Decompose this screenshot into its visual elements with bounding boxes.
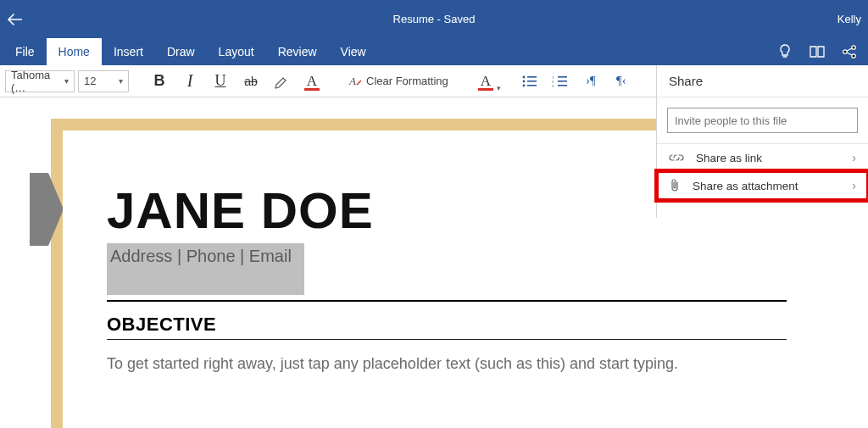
font-name-dropdown[interactable]: Tahoma (… ▾ <box>5 70 75 92</box>
pilcrow-out-icon: ¶‹ <box>616 74 626 88</box>
clear-formatting-button[interactable]: A Clear Formatting <box>342 69 455 94</box>
pilcrow-in-icon: ›¶ <box>586 74 596 88</box>
underline-button[interactable]: U <box>207 69 234 94</box>
link-icon <box>669 152 684 164</box>
highlight-button[interactable] <box>268 69 295 94</box>
numbered-list-button[interactable]: 1 2 3 <box>547 69 574 94</box>
svg-rect-12 <box>527 85 537 86</box>
svg-text:3: 3 <box>552 84 554 88</box>
font-color-button-2[interactable]: A ▾ <box>472 69 499 94</box>
svg-rect-10 <box>527 81 537 82</box>
tab-layout[interactable]: Layout <box>207 38 266 65</box>
tab-draw[interactable]: Draw <box>155 38 207 65</box>
font-color-bar <box>478 88 493 91</box>
svg-rect-15 <box>558 85 567 86</box>
share-panel-title: Share <box>657 65 868 97</box>
document-title: Resume - Saved <box>75 13 793 25</box>
font-color-button[interactable]: A <box>298 69 326 94</box>
share-panel: Share Share as link › Share as attachmen… <box>656 65 868 218</box>
tab-home[interactable]: Home <box>47 38 102 65</box>
chevron-down-icon: ▾ <box>64 76 69 86</box>
share-as-attachment-label: Share as attachment <box>693 180 798 192</box>
eraser-icon: A <box>349 75 363 88</box>
tab-view[interactable]: View <box>329 38 378 65</box>
chevron-right-icon: › <box>852 179 856 192</box>
tab-review[interactable]: Review <box>266 38 329 65</box>
user-name[interactable]: Kelly <box>793 13 861 25</box>
clear-formatting-label: Clear Formatting <box>366 75 448 87</box>
paperclip-icon <box>669 178 681 193</box>
reading-view-icon[interactable] <box>809 43 826 60</box>
svg-rect-8 <box>527 76 537 78</box>
italic-button[interactable]: I <box>176 69 203 94</box>
share-as-link-label: Share as link <box>696 152 762 164</box>
svg-point-11 <box>522 84 525 86</box>
objective-heading[interactable]: OBJECTIVE <box>107 314 787 336</box>
svg-rect-13 <box>558 76 567 78</box>
share-icon[interactable] <box>841 43 858 60</box>
font-color-letter: A <box>481 73 491 90</box>
font-color-bar <box>304 88 320 91</box>
strikethrough-button[interactable]: ab <box>237 69 264 94</box>
decrease-indent-button[interactable]: ¶‹ <box>608 69 635 94</box>
font-color-letter: A <box>307 73 317 90</box>
invite-people-input[interactable] <box>667 108 858 133</box>
chevron-down-icon: ▾ <box>497 84 501 92</box>
font-size-dropdown[interactable]: 12 ▾ <box>78 70 129 92</box>
svg-rect-14 <box>558 81 567 82</box>
objective-placeholder-text[interactable]: To get started right away, just tap any … <box>107 355 787 373</box>
back-arrow-icon[interactable] <box>7 14 22 25</box>
tab-insert[interactable]: Insert <box>102 38 155 65</box>
share-as-attachment-item[interactable]: Share as attachment › <box>657 171 868 200</box>
contact-placeholder[interactable]: Address | Phone | Email <box>107 243 304 295</box>
thin-divider <box>107 339 787 340</box>
chevron-right-icon: › <box>852 151 856 164</box>
font-size-value: 12 <box>84 75 96 87</box>
highlighter-icon <box>273 73 290 90</box>
svg-point-7 <box>522 75 525 78</box>
ribbon-tabs: File Home Insert Draw Layout Review View <box>0 38 868 65</box>
font-name-value: Tahoma (… <box>11 69 64 94</box>
svg-point-9 <box>522 80 525 82</box>
thick-divider <box>107 300 787 302</box>
svg-marker-19 <box>30 173 64 246</box>
bullet-list-icon <box>521 75 538 88</box>
increase-indent-button[interactable]: ›¶ <box>577 69 604 94</box>
bold-button[interactable]: B <box>146 69 173 94</box>
chevron-down-icon: ▾ <box>119 76 123 86</box>
numbered-list-icon: 1 2 3 <box>552 75 569 88</box>
bulleted-list-button[interactable] <box>516 69 543 94</box>
name-arrow-shape <box>30 173 64 246</box>
share-as-link-item[interactable]: Share as link › <box>657 144 868 171</box>
title-bar: Resume - Saved Kelly <box>0 0 868 38</box>
lightbulb-icon[interactable] <box>776 43 793 60</box>
svg-text:A: A <box>349 75 356 87</box>
tab-file[interactable]: File <box>3 38 47 65</box>
